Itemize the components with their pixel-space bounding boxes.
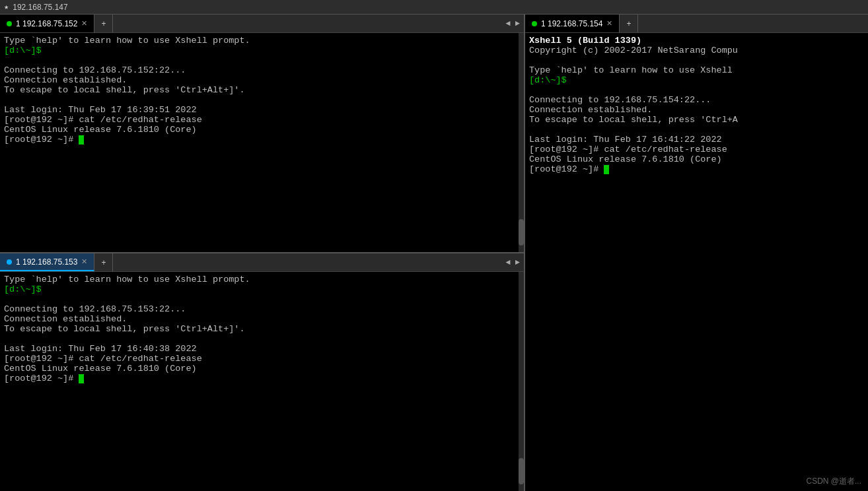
r-line-7: To escape to local shell, press 'Ctrl+A — [529, 115, 864, 125]
line-blank-2 — [4, 95, 520, 105]
cursor-top — [79, 135, 84, 145]
watermark: CSDN @逝者... — [806, 476, 861, 487]
r-line-6: Connection established. — [529, 105, 864, 115]
r-line-4: [d:\~]$ — [529, 75, 864, 85]
scrollbar-thumb-top[interactable] — [519, 219, 524, 246]
tab-label-153: 1 192.168.75.153 — [16, 257, 77, 267]
tab-close-154[interactable]: ✕ — [606, 19, 612, 28]
cursor-right — [604, 165, 609, 174]
add-tab-top[interactable]: + — [94, 15, 113, 32]
b-line-1: Type `help' to learn how to use Xshell p… — [4, 275, 520, 284]
title-text: 192.168.75.147 — [13, 3, 67, 12]
r-line-8: Last login: Thu Feb 17 16:41:22 2022 — [529, 135, 864, 145]
tab-153[interactable]: 1 192.168.75.153 ✕ — [0, 253, 94, 271]
nav-arrows-bottom[interactable]: ◄ ► — [501, 253, 524, 271]
b-line-4: Connection established. — [4, 314, 520, 324]
line-3: Connecting to 192.168.75.152:22... — [4, 65, 520, 75]
b-line-8: CentOS Linux release 7.6.1810 (Core) — [4, 364, 520, 374]
line-1: Type `help' to learn how to use Xshell p… — [4, 36, 520, 46]
line-prompt-top: [root@192 ~]# — [4, 135, 520, 145]
left-side: 1 192.168.75.152 ✕ + ◄ ► Type `help' to … — [0, 15, 525, 491]
line-7: [root@192 ~]# cat /etc/redhat-release — [4, 115, 520, 125]
line-5: To escape to local shell, press 'Ctrl+Al… — [4, 85, 520, 95]
b-line-blank-2 — [4, 334, 520, 344]
b-line-5: To escape to local shell, press 'Ctrl+Al… — [4, 324, 520, 334]
tab-close-152[interactable]: ✕ — [81, 19, 87, 28]
top-tab-bar: 1 192.168.75.152 ✕ + ◄ ► — [0, 15, 524, 33]
tab-dot-153 — [7, 259, 12, 265]
r-blank-2 — [529, 85, 864, 95]
tab-154[interactable]: 1 192.168.75.154 ✕ — [525, 15, 620, 32]
nav-arrows-top[interactable]: ◄ ► — [501, 15, 524, 32]
b-line-blank-1 — [4, 294, 520, 304]
title-bar: ★ 192.168.75.147 — [0, 0, 868, 15]
tab-label-154: 1 192.168.75.154 — [541, 19, 602, 28]
title-icon: ★ — [4, 2, 9, 12]
scrollbar-bottom[interactable] — [519, 272, 524, 491]
r-line-2: Copyright (c) 2002-2017 NetSarang Compu — [529, 46, 864, 55]
right-tab-bar: 1 192.168.75.154 ✕ + — [525, 15, 868, 33]
add-tab-right[interactable]: + — [620, 15, 638, 32]
r-line-3: Type `help' to learn how to use Xshell — [529, 65, 864, 75]
cursor-bottom — [79, 374, 84, 383]
b-line-prompt: [root@192 ~]# — [4, 374, 520, 383]
add-tab-bottom[interactable]: + — [94, 253, 113, 271]
r-line-5: Connecting to 192.168.75.154:22... — [529, 95, 864, 105]
r-line-9: [root@192 ~]# cat /etc/redhat-release — [529, 145, 864, 154]
tab-dot-152 — [7, 21, 12, 26]
b-line-3: Connecting to 192.168.75.153:22... — [4, 304, 520, 314]
line-4: Connection established. — [4, 75, 520, 85]
terminal-153[interactable]: Type `help' to learn how to use Xshell p… — [0, 272, 524, 491]
scrollbar-thumb-bottom[interactable] — [519, 458, 524, 484]
line-8: CentOS Linux release 7.6.1810 (Core) — [4, 125, 520, 135]
r-line-10: CentOS Linux release 7.6.1810 (Core) — [529, 154, 864, 164]
scrollbar-top[interactable] — [519, 33, 524, 252]
terminal-154[interactable]: Xshell 5 (Build 1339) Copyright (c) 2002… — [525, 33, 868, 491]
b-line-6: Last login: Thu Feb 17 16:40:38 2022 — [4, 344, 520, 354]
b-line-2: [d:\~]$ — [4, 284, 520, 294]
r-prompt: [root@192 ~]# — [529, 164, 864, 174]
tab-dot-154 — [532, 21, 537, 26]
bottom-tab-bar: 1 192.168.75.153 ✕ + ◄ ► — [0, 253, 524, 272]
tab-close-153[interactable]: ✕ — [81, 257, 87, 266]
r-line-1: Xshell 5 (Build 1339) — [529, 36, 864, 46]
r-blank-1 — [529, 55, 864, 65]
line-2: [d:\~]$ — [4, 46, 520, 55]
r-blank-3 — [529, 125, 864, 135]
line-blank-1 — [4, 55, 520, 65]
tab-152[interactable]: 1 192.168.75.152 ✕ — [0, 15, 94, 32]
tab-label-152: 1 192.168.75.152 — [16, 19, 77, 28]
main-area: 1 192.168.75.152 ✕ + ◄ ► Type `help' to … — [0, 15, 868, 491]
right-side: 1 192.168.75.154 ✕ + Xshell 5 (Build 133… — [525, 15, 868, 491]
line-6: Last login: Thu Feb 17 16:39:51 2022 — [4, 105, 520, 115]
b-line-7: [root@192 ~]# cat /etc/redhat-release — [4, 354, 520, 364]
terminal-152[interactable]: Type `help' to learn how to use Xshell p… — [0, 33, 524, 252]
